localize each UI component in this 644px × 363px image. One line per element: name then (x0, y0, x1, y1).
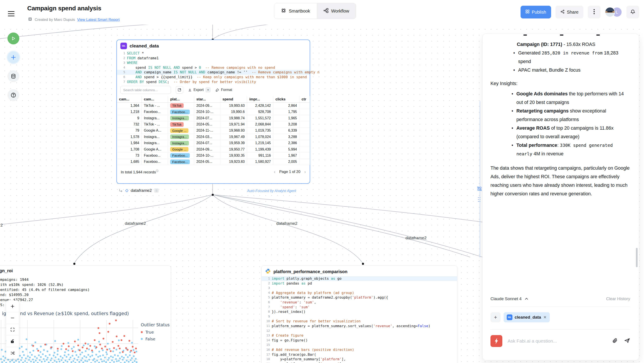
column-header[interactable]: ctr (300, 96, 310, 103)
python-cell-card-platform-performance[interactable]: platform_performance_comparison 1import … (262, 265, 457, 363)
chat-input[interactable]: Ask Fabi.ai a question... (508, 338, 607, 344)
remove-context-icon[interactable]: ✕ (543, 315, 546, 320)
format-button[interactable]: Format (216, 88, 232, 92)
drag-grip-icon[interactable] (154, 188, 159, 193)
scatter-point-false (31, 354, 33, 356)
export-chevron-icon[interactable]: ▾ (205, 87, 211, 93)
app-screen: dataframe2 dataframe2 dataframe2 2 Campa… (0, 0, 644, 363)
add-context-button[interactable]: + (490, 312, 500, 322)
scatter-point-false (128, 361, 130, 362)
scatter-plot[interactable] (0, 320, 138, 363)
scatter-point-false (29, 357, 31, 358)
tab-smartbook[interactable]: Smartbook (274, 3, 317, 19)
table-cell: TikTok (168, 121, 194, 127)
publish-button[interactable]: Publish (520, 6, 551, 19)
add-cell-button[interactable] (8, 52, 19, 63)
table-cell: 19,968.93 (220, 128, 247, 134)
smartbook-atom-icon (281, 8, 286, 14)
scatter-point-false (134, 360, 136, 362)
scatter-point-false (110, 355, 112, 357)
node-handle-roi[interactable] (73, 263, 75, 265)
model-selector[interactable]: Claude Sonnet 4 (490, 296, 528, 301)
help-button[interactable] (8, 89, 19, 101)
table-cell: 5,994 (273, 146, 300, 153)
records-total: In total 1,944 recordsⓘ (121, 169, 158, 174)
sql-cell-card-cleaned-data[interactable]: SQL cleaned_data 1⌄SELECT *2FROM datafra… (116, 40, 310, 184)
scatter-point-true (108, 331, 109, 333)
expand-table-icon[interactable] (176, 86, 183, 94)
output-dataframe-label[interactable]: dataframe2 (131, 188, 152, 193)
table-cell: 19,990.6 (220, 109, 247, 115)
scatter-point-true (68, 345, 70, 347)
scatter-point-false (53, 355, 54, 356)
next-page-button[interactable]: › (304, 169, 306, 174)
run-all-button[interactable] (8, 33, 19, 44)
python-cell-card-campaign-roi[interactable]: gn_roi mpaigns: 1944ith ≥$10k spend: 102… (0, 265, 171, 363)
scatter-point-false (43, 349, 45, 351)
column-header[interactable]: spend (220, 96, 247, 103)
attachment-button[interactable] (612, 338, 618, 344)
sidebar-resize-line[interactable] (480, 101, 480, 257)
prev-page-button[interactable]: ‹ (274, 169, 275, 174)
scatter-point-true (62, 343, 64, 344)
more-options-button[interactable] (588, 6, 600, 19)
workflow-graph-icon (323, 8, 328, 14)
column-header[interactable]: impr... (247, 96, 273, 103)
legend-item-true[interactable]: True (141, 330, 170, 334)
user-avatar-photo[interactable] (605, 7, 615, 17)
table-cell: Google ... (168, 146, 194, 153)
scatter-point-false (74, 358, 75, 359)
search-columns-input[interactable]: Search table columns... (120, 86, 171, 94)
column-header[interactable]: cam... (142, 96, 168, 103)
clear-history-button[interactable]: Clear History (606, 296, 630, 301)
data-sources-button[interactable] (8, 70, 19, 82)
send-button[interactable] (624, 337, 630, 344)
column-header[interactable]: star... (194, 96, 220, 103)
view-smart-report-link[interactable]: View Latest Smart Report (77, 18, 120, 22)
tab-workflow[interactable]: Workflow (317, 3, 356, 19)
export-button[interactable]: Export ▾ (188, 87, 211, 93)
context-chip-cleaned-data[interactable]: SQL cleaned_data ✕ (504, 312, 550, 322)
zoom-in-button[interactable] (6, 301, 19, 312)
sidebar-scrollbar-thumb[interactable] (636, 248, 638, 267)
scatter-point-false (36, 357, 38, 359)
lock-interactivity-button[interactable] (6, 335, 19, 347)
table-cell (300, 140, 310, 146)
column-header[interactable]: cam... (117, 96, 142, 103)
insight-bullet: Total performance: 330K spend generated … (511, 141, 630, 158)
zoom-out-button[interactable] (6, 312, 19, 324)
column-header[interactable]: clicks (273, 96, 300, 103)
table-cell: 19,923.83 (220, 159, 247, 165)
fit-view-button[interactable] (6, 324, 19, 335)
scatter-point-false (103, 360, 105, 362)
scatter-point-false (74, 351, 76, 353)
scatter-point-false (118, 339, 120, 341)
publish-grid-icon (526, 10, 530, 15)
node-handle-bottom[interactable] (212, 194, 214, 196)
legend-item-false[interactable]: False (141, 337, 170, 341)
detach-smartbook-icon[interactable] (476, 185, 483, 193)
table-cell: 1,795 (273, 109, 300, 115)
column-header[interactable]: plat... (168, 96, 194, 103)
table-cell: 2024-10-... (194, 109, 220, 115)
result-table[interactable]: cam...cam...plat...star...spendimpr...cl… (117, 96, 310, 165)
scatter-point-false (83, 344, 84, 346)
sql-code-editor[interactable]: 1⌄SELECT *2FROM dataframe13WHERE4 spend … (117, 51, 310, 84)
scatter-point-false (30, 360, 32, 362)
scatter-point-true (113, 347, 115, 349)
sidebar-drag-grip-icon[interactable] (478, 197, 481, 203)
hamburger-menu-button[interactable] (8, 10, 17, 18)
python-code-editor[interactable]: 1import plotly.graph_objects as go2impor… (262, 276, 457, 363)
node-handle-platform[interactable] (362, 263, 364, 265)
scatter-point-false (70, 357, 72, 358)
share-button[interactable]: Share (556, 6, 584, 19)
table-cell: 3,288 (273, 134, 300, 140)
table-cell: 928,708 (247, 109, 273, 115)
scatter-point-false (49, 354, 50, 356)
auto-layout-button[interactable] (6, 347, 19, 359)
scatter-point-true (98, 332, 100, 334)
table-cell: TikTok (168, 103, 194, 109)
sql-chip-icon: SQL (507, 314, 512, 320)
download-icon (188, 88, 192, 92)
notifications-button[interactable] (626, 6, 639, 19)
